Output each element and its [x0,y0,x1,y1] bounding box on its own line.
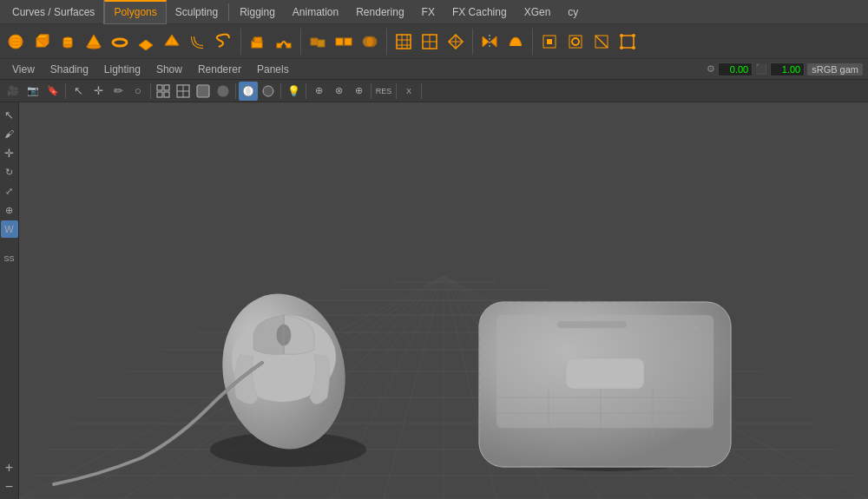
svg-line-47 [595,36,608,48]
svg-marker-39 [483,36,489,47]
bridge-icon[interactable] [272,30,296,54]
paint-select[interactable]: 🖌 [1,125,18,142]
tab-curves-surfaces[interactable]: Curves / Surfaces [3,0,104,24]
select-tool[interactable]: ↖ [1,106,18,123]
3d-viewport[interactable] [19,102,868,499]
menu-bar: Curves / Surfaces Polygons Sculpting Rig… [0,0,868,24]
tab-fx-caching[interactable]: FX Caching [444,0,516,24]
tab-sculpting[interactable]: Sculpting [167,0,227,24]
renderer-menu[interactable]: Renderer [191,62,248,77]
scene-svg [19,102,868,499]
svg-rect-43 [547,39,552,44]
combine-icon[interactable] [306,30,330,54]
snap3-icon[interactable]: ⊕ [349,82,368,101]
cylinder-icon[interactable] [56,30,80,54]
viewport-icon[interactable]: 📷 [23,82,43,101]
snap-icon[interactable]: ⊕ [309,82,328,101]
rotate-icon[interactable] [563,30,588,54]
panels-menu[interactable]: Panels [250,62,296,77]
show-menu[interactable]: Show [149,62,189,77]
icons-toolbar: 🎥 📷 🔖 ↖ ✛ ✏ ○ 💡 ⊕ ⊗ ⊕ RES X [0,80,868,102]
mirror-icon[interactable] [477,30,502,54]
resolution-icon[interactable]: RES [374,82,393,101]
hardware-texture-icon[interactable] [259,82,278,101]
svg-rect-56 [164,92,169,97]
wireframe-icon[interactable] [418,30,442,54]
svg-rect-25 [345,38,352,45]
move-tool-icon[interactable]: ✛ [89,82,108,101]
smooth-icon[interactable] [503,30,528,54]
svg-point-7 [63,37,72,41]
tab-animation[interactable]: Animation [284,0,347,24]
view-toolbar: View Shading Lighting Show Renderer Pane… [0,59,868,80]
show-manip[interactable]: W [1,220,18,238]
view-menu[interactable]: View [5,62,42,77]
universal-manip[interactable]: ⊕ [1,201,18,219]
camera-icon[interactable]: 🎥 [3,82,23,101]
helix-icon[interactable] [212,30,236,54]
3d-objects-container [19,102,868,499]
transform-icon[interactable] [615,30,640,54]
cone-icon[interactable] [82,30,106,54]
light-icon[interactable]: 💡 [284,82,303,101]
boolean-icon[interactable] [358,30,382,54]
xray-icon[interactable]: X [399,82,418,101]
move-icon[interactable] [537,30,562,54]
plane-icon[interactable] [134,30,158,54]
hud-value2-label: 1.00 [770,62,805,76]
svg-rect-20 [277,43,281,48]
move-tool[interactable]: ✛ [1,144,18,161]
lasso-icon[interactable]: ○ [128,82,148,101]
tab-cy[interactable]: cy [559,0,587,24]
cube-icon[interactable] [30,30,54,54]
pipe-icon[interactable] [186,30,210,54]
snap2-icon[interactable]: ⊗ [329,82,348,101]
plus-tool[interactable]: + [1,459,18,476]
hud-icon2: ⬛ [755,63,767,75]
tab-rigging[interactable]: Rigging [231,0,284,24]
svg-rect-28 [397,35,411,49]
svg-point-111 [512,326,516,330]
scale-tool[interactable]: ⤢ [1,182,18,200]
svg-point-10 [87,45,101,49]
shaded-icon[interactable] [239,82,258,101]
smooth-display-icon[interactable] [194,82,213,101]
svg-rect-53 [157,85,162,90]
wireframe-display-icon[interactable] [174,82,193,101]
lattice-icon[interactable] [444,30,468,54]
svg-rect-60 [197,85,209,97]
grid-display-icon[interactable] [154,82,173,101]
shading-menu[interactable]: Shading [43,62,95,77]
hud-value1-label: 0.00 [718,62,753,76]
svg-rect-104 [566,358,644,389]
tab-polygons[interactable]: Polygons [104,0,166,24]
sphere-icon[interactable] [3,30,28,54]
svg-point-8 [63,44,72,48]
svg-point-64 [263,86,273,96]
texture-display-icon[interactable] [214,82,233,101]
svg-marker-40 [490,36,496,47]
minus-tool[interactable]: − [1,478,18,496]
torus-icon[interactable] [108,30,132,54]
rotate-tool[interactable]: ↻ [1,163,18,181]
bookmark-icon[interactable]: 🔖 [43,82,62,101]
tab-fx[interactable]: FX [413,0,444,24]
soft-select[interactable]: SS [1,250,18,267]
extrude-icon[interactable] [246,30,270,54]
tab-xgen[interactable]: XGen [516,0,560,24]
svg-rect-55 [157,92,162,97]
svg-rect-54 [164,85,169,90]
lighting-menu[interactable]: Lighting [97,62,148,77]
grid-icon[interactable] [391,30,416,54]
scale-icon[interactable] [589,30,614,54]
svg-point-62 [218,86,228,96]
separate-icon[interactable] [332,30,356,54]
main-toolbar [0,24,868,59]
select-icon[interactable]: ↖ [69,82,88,101]
svg-point-50 [632,34,635,37]
platonic-icon[interactable] [160,30,184,54]
paint-icon[interactable]: ✏ [108,82,128,101]
svg-rect-22 [311,38,318,45]
tab-rendering[interactable]: Rendering [347,0,412,24]
hud-icon1: ⚙ [707,63,715,75]
